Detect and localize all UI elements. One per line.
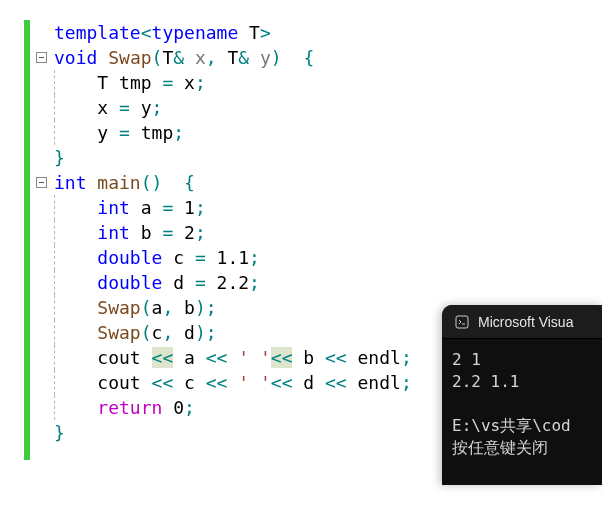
console-line: 按任意键关闭 xyxy=(452,438,548,457)
code-line[interactable]: double d = 2.2; xyxy=(54,270,602,295)
console-line: E:\vs共享\cod xyxy=(452,416,571,435)
code-line[interactable]: y = tmp; xyxy=(54,120,602,145)
keyword-typename: typename xyxy=(152,22,239,43)
function-name: Swap xyxy=(108,47,151,68)
console-output[interactable]: 2 1 2.2 1.1 E:\vs共享\cod 按任意键关闭 xyxy=(442,339,602,469)
keyword-int: int xyxy=(54,172,87,193)
code-line[interactable]: T tmp = x; xyxy=(54,70,602,95)
code-line[interactable]: int b = 2; xyxy=(54,220,602,245)
code-line[interactable]: void Swap(T& x, T& y) { xyxy=(0,45,602,70)
keyword-return: return xyxy=(97,397,162,418)
keyword-void: void xyxy=(54,47,97,68)
console-line: 2 1 xyxy=(452,350,481,369)
code-line[interactable]: int a = 1; xyxy=(54,195,602,220)
console-titlebar[interactable]: Microsoft Visua xyxy=(442,305,602,339)
change-marker-bar xyxy=(24,20,30,460)
console-app-icon xyxy=(454,314,470,330)
svg-rect-0 xyxy=(456,316,468,328)
code-line[interactable]: } xyxy=(54,145,602,170)
console-line: 2.2 1.1 xyxy=(452,372,519,391)
function-name: main xyxy=(87,172,141,193)
console-window[interactable]: Microsoft Visua 2 1 2.2 1.1 E:\vs共享\cod … xyxy=(442,305,602,485)
console-title-text: Microsoft Visua xyxy=(478,314,573,330)
code-line[interactable]: template<typename T> xyxy=(54,20,602,45)
keyword-template: template xyxy=(54,22,141,43)
code-line[interactable]: int main() { xyxy=(0,170,602,195)
code-line[interactable]: x = y; xyxy=(54,95,602,120)
code-line[interactable]: double c = 1.1; xyxy=(54,245,602,270)
